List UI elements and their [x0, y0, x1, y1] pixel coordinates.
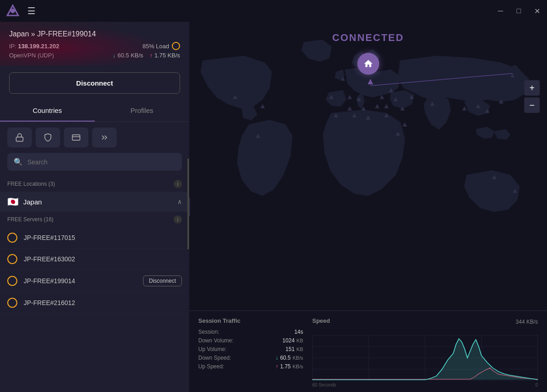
country-chevron-icon: ∧	[177, 198, 182, 205]
svg-marker-27	[462, 107, 467, 111]
filter-lock-button[interactable]	[7, 127, 32, 148]
session-traffic-label: Session Traffic	[198, 317, 303, 324]
collapse-panel-button[interactable]: ‹	[189, 198, 190, 216]
search-icon: 🔍	[14, 158, 23, 166]
disconnect-button[interactable]: Disconnect	[9, 72, 180, 94]
japan-country-name: Japan	[23, 198, 177, 206]
svg-rect-2	[16, 137, 23, 141]
country-header-japan[interactable]: 🇯🇵 Japan ∧	[0, 192, 189, 212]
down-volume-val: 1024 KB	[283, 337, 303, 344]
zoom-controls: + −	[524, 80, 540, 113]
svg-point-1	[10, 9, 15, 13]
hamburger-menu-icon[interactable]: ☰	[27, 5, 36, 16]
svg-marker-24	[403, 122, 407, 127]
search-input[interactable]	[27, 158, 175, 166]
speed-chart-container: Speed 344 KB/s	[312, 317, 538, 387]
search-wrapper: 🔍	[0, 153, 189, 176]
stats-up-speed-row: Up Speed: ↑ 1.75 KB/s	[198, 363, 303, 370]
free-locations-info-icon[interactable]: i	[174, 180, 182, 188]
server-status-icon	[7, 276, 17, 286]
zoom-out-button[interactable]: −	[524, 97, 540, 113]
server-status-icon	[7, 298, 17, 308]
load-circle-icon	[172, 42, 180, 50]
free-locations-label: FREE Locations (3)	[7, 181, 55, 187]
tab-countries[interactable]: Countries	[0, 100, 95, 122]
svg-marker-11	[380, 95, 384, 99]
connection-details: IP: 138.199.21.202 85% Load	[9, 42, 180, 50]
title-bar: ☰ ─ □ ✕	[0, 0, 547, 22]
main-content: Japan » JP-FREE#199014 IP: 138.199.21.20…	[0, 22, 547, 392]
speed-chart-svg	[312, 335, 538, 381]
stats-panel: Session Traffic Session: 14s Down Volume…	[189, 311, 547, 392]
ip-text: IP: 138.199.21.202	[9, 43, 59, 50]
down-arrow-icon: ↓	[113, 52, 116, 59]
maximize-button[interactable]: □	[514, 7, 523, 15]
filter-card-button[interactable]	[64, 127, 88, 148]
server-name-label: JP-FREE#117015	[24, 234, 182, 241]
app-logo	[5, 4, 20, 18]
time-labels: 60 Seconds 0	[312, 382, 538, 387]
svg-marker-16	[384, 104, 389, 108]
server-item[interactable]: JP-FREE#117015	[0, 227, 189, 249]
disconnect-btn-wrapper: Disconnect	[0, 66, 189, 100]
stats-up-volume-row: Up Volume: 151 KB	[198, 346, 303, 352]
stats-left: Session Traffic Session: 14s Down Volume…	[198, 317, 303, 387]
server-item[interactable]: JP-FREE#163002	[0, 249, 189, 270]
load-badge: 85% Load	[142, 42, 180, 50]
svg-marker-13	[375, 104, 380, 108]
japan-flag-icon: 🇯🇵	[7, 196, 19, 207]
filter-forward-button[interactable]	[92, 127, 117, 148]
filter-shield-button[interactable]	[36, 127, 60, 148]
session-key: Session:	[198, 329, 219, 335]
speed-chart	[312, 335, 538, 381]
free-servers-info-icon[interactable]: i	[174, 215, 182, 224]
speed-info: ↓ 60.5 KB/s ↑ 1.75 KB/s	[113, 52, 180, 59]
server-name: Japan » JP-FREE#199014	[9, 30, 180, 38]
server-disconnect-button[interactable]: Disconnect	[143, 275, 182, 286]
server-name-label: JP-FREE#216012	[24, 299, 182, 306]
server-list: FREE Locations (3) i 🇯🇵 Japan ∧ FREE Ser…	[0, 176, 189, 392]
down-speed-arrow-icon: ↓	[275, 355, 278, 361]
map-home-button[interactable]	[357, 53, 379, 75]
connected-label: CONNECTED	[332, 32, 404, 44]
window-controls: ─ □ ✕	[496, 7, 542, 15]
down-speed: ↓ 60.5 KB/s	[113, 52, 143, 59]
svg-rect-3	[72, 135, 80, 140]
up-volume-val: 151 KB	[285, 346, 303, 352]
down-speed-key: Down Speed:	[198, 355, 231, 361]
up-speed-val: ↑ 1.75 KB/s	[275, 363, 303, 370]
search-box: 🔍	[7, 153, 182, 171]
server-item-active[interactable]: JP-FREE#199014 Disconnect	[0, 270, 189, 292]
up-arrow-icon: ↑	[150, 52, 153, 59]
up-speed: ↑ 1.75 KB/s	[150, 52, 180, 59]
free-servers-header: FREE Servers (16) i	[0, 212, 189, 227]
protocol-label: OpenVPN (UDP)	[9, 52, 54, 59]
server-status-icon	[7, 233, 17, 243]
server-name-label: JP-FREE#163002	[24, 255, 182, 263]
server-name-label: JP-FREE#199014	[24, 277, 143, 285]
right-panel: ‹ CONNECTED .land { fill: #1e2235; strok…	[189, 22, 547, 392]
left-panel: Japan » JP-FREE#199014 IP: 138.199.21.20…	[0, 22, 189, 392]
connection-header: Japan » JP-FREE#199014 IP: 138.199.21.20…	[0, 22, 189, 66]
svg-marker-34	[260, 104, 265, 108]
speed-label: Speed	[312, 317, 330, 324]
protocol-row: OpenVPN (UDP) ↓ 60.5 KB/s ↑ 1.75 KB/s	[9, 52, 180, 59]
speed-max-label: 344 KB/s	[516, 319, 538, 325]
free-locations-header: FREE Locations (3) i	[0, 176, 189, 192]
close-button[interactable]: ✕	[532, 7, 542, 15]
stats-down-speed-row: Down Speed: ↓ 60.5 KB/s	[198, 355, 303, 361]
down-speed-val: ↓ 60.5 KB/s	[275, 355, 303, 361]
minimize-button[interactable]: ─	[496, 7, 505, 15]
zoom-in-button[interactable]: +	[524, 80, 540, 96]
svg-marker-15	[347, 107, 352, 111]
time-end-label: 0	[535, 382, 538, 387]
stats-session-row: Session: 14s	[198, 329, 303, 335]
up-volume-key: Up Volume:	[198, 346, 227, 352]
free-servers-label: FREE Servers (16)	[7, 216, 53, 223]
down-volume-key: Down Volume:	[198, 337, 233, 344]
time-start-label: 60 Seconds	[312, 382, 336, 387]
svg-marker-9	[347, 95, 352, 99]
filter-row	[0, 122, 189, 153]
server-item[interactable]: JP-FREE#216012	[0, 292, 189, 314]
tab-profiles[interactable]: Profiles	[95, 100, 190, 122]
